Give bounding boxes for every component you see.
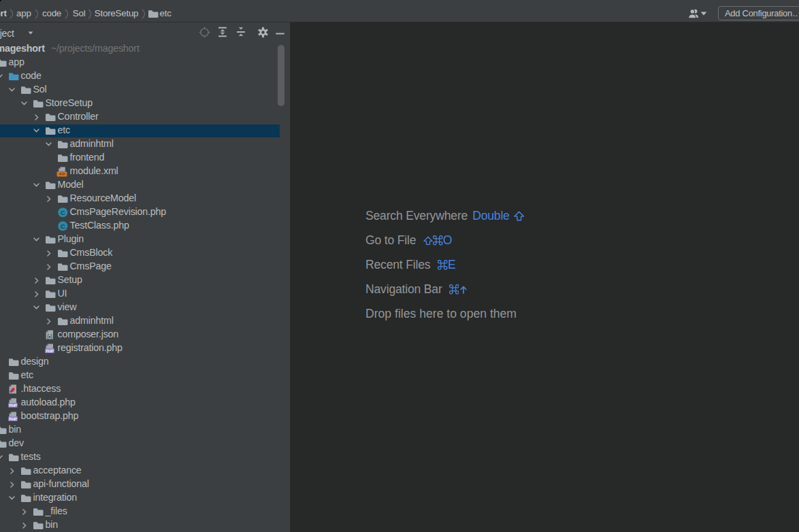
svg-text:PHP: PHP: [9, 403, 17, 408]
svg-text:}: }: [50, 333, 52, 339]
svg-text:PHP: PHP: [9, 417, 17, 421]
svg-text:<>: <>: [59, 171, 65, 177]
svg-text:C: C: [61, 209, 65, 216]
svg-text:C: C: [61, 222, 65, 230]
svg-text:PHP: PHP: [46, 349, 54, 353]
svg-text:{: {: [47, 333, 49, 339]
